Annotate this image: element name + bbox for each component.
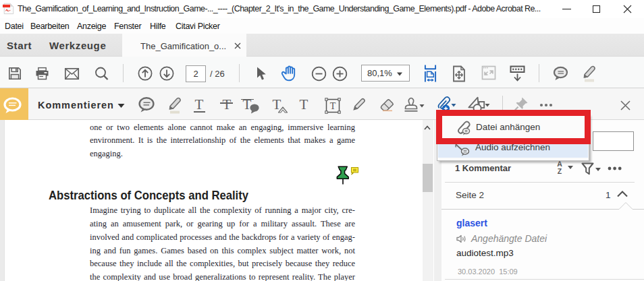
- svg-text:Z: Z: [558, 167, 562, 175]
- svg-text:T: T: [330, 101, 336, 111]
